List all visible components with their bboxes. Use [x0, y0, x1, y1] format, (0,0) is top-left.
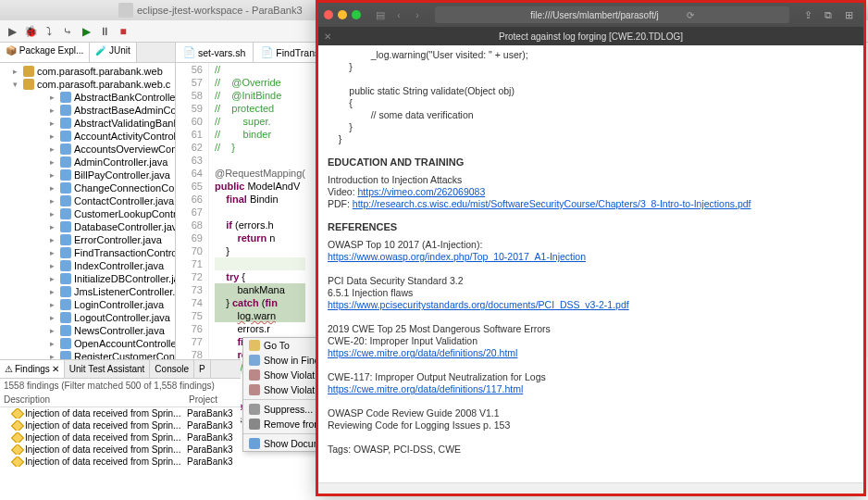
p-tab[interactable]: P	[194, 360, 211, 378]
warning-icon	[11, 444, 24, 455]
scrollbar[interactable]	[318, 482, 863, 494]
warning-icon	[11, 420, 24, 431]
tree-file[interactable]: ▸AbstractBankController.java	[0, 91, 175, 104]
tree-file[interactable]: ▸LogoutController.java	[0, 311, 175, 324]
education-heading: EDUCATION AND TRAINING	[328, 156, 854, 169]
run-button[interactable]: ▶	[4, 23, 20, 40]
window-title: eclipse-jtest-workspace - ParaBank3	[137, 5, 303, 16]
step-button[interactable]: ⤵	[41, 23, 57, 40]
zoom-icon[interactable]	[352, 10, 361, 19]
sidebar-icon[interactable]: ▤	[372, 9, 389, 20]
code-sample: _log.warning("User visited: " + user); }…	[328, 49, 854, 145]
page-title: ✕ Protect against log forging [CWE.20.TD…	[318, 27, 863, 45]
tree-file[interactable]: ▸LoginController.java	[0, 298, 175, 311]
pause-button[interactable]: ⏸	[96, 23, 113, 40]
tree-file[interactable]: ▸ContactController.java	[0, 194, 175, 207]
pci-link[interactable]: https://www.pcisecuritystandards.org/doc…	[328, 299, 629, 310]
findings-status: 1558 findings (Filter matched 500 of 1,5…	[0, 379, 241, 393]
traffic-lights[interactable]	[324, 10, 361, 19]
finding-row[interactable]: Injection of data received from Sprin...…	[0, 419, 241, 431]
tree-file[interactable]: ▸NewsController.java	[0, 324, 175, 337]
forward-icon[interactable]: ›	[409, 9, 426, 20]
share-icon[interactable]: ⇪	[799, 9, 817, 21]
console-tab[interactable]: Console	[150, 360, 194, 378]
findings-tab[interactable]: ⚠ Findings ✕	[0, 360, 65, 378]
tree-file[interactable]: ▸CustomerLookupControlle	[0, 207, 175, 220]
tree-file[interactable]: ▸BillPayController.java	[0, 169, 175, 181]
tree-pkg[interactable]: ▾com.parasoft.parabank.web.c	[0, 78, 175, 91]
video-link[interactable]: https://vimeo.com/262069083	[358, 186, 486, 197]
tree-file[interactable]: ▸ErrorController.java	[0, 233, 175, 246]
finding-row[interactable]: Injection of data received from Sprin...…	[0, 431, 241, 444]
references-heading: REFERENCES	[328, 221, 854, 233]
junit-tab[interactable]: 🧪 JUnit	[90, 43, 137, 62]
package-explorer-tab[interactable]: 📦 Package Expl...	[0, 43, 90, 62]
tree-file[interactable]: ▸AdminController.java	[0, 156, 175, 169]
findings-panel: ⚠ Findings ✕ Unit Test Assistant Console…	[0, 359, 241, 500]
tree-file[interactable]: ▸IndexController.java	[0, 259, 175, 272]
debug-button[interactable]: 🐞	[22, 23, 39, 40]
finding-row[interactable]: Injection of data received from Sprin...…	[0, 444, 241, 456]
cwe20-link[interactable]: https://cwe.mitre.org/data/definitions/2…	[328, 347, 517, 358]
tree-file[interactable]: ▸ChangeConnectionControll	[0, 181, 175, 194]
tree-file[interactable]: ▸AccountActivityController.j	[0, 130, 175, 143]
tree-file[interactable]: ▸JmsListenerController.jav	[0, 285, 175, 298]
finding-row[interactable]: Injection of data received from Sprin...…	[0, 456, 241, 468]
warning-icon	[11, 456, 24, 467]
tree-file[interactable]: ▸InitializeDBController.java	[0, 272, 175, 285]
eclipse-icon	[118, 3, 133, 18]
owasp-link[interactable]: https://www.owasp.org/index.php/Top_10-2…	[328, 251, 586, 262]
safari-window: ▤ ‹ › file:///Users/mlambert/parasoft/j⟳…	[316, 0, 866, 496]
tree-pkg[interactable]: ▸com.parasoft.parabank.web	[0, 65, 175, 78]
finding-row[interactable]: Injection of data received from Sprin...…	[0, 407, 241, 419]
cwe117-link[interactable]: https://cwe.mitre.org/data/definitions/1…	[328, 383, 523, 394]
tree-file[interactable]: ▸OpenAccountController.ja	[0, 337, 175, 350]
close-icon[interactable]	[324, 10, 333, 19]
browser-content[interactable]: _log.warning("User visited: " + user); }…	[318, 45, 863, 482]
tabs-icon[interactable]: ⧉	[819, 9, 837, 21]
tree-file[interactable]: ▸DatabaseController.java	[0, 220, 175, 233]
warning-icon	[11, 432, 24, 443]
resume-button[interactable]: ▶	[78, 23, 94, 40]
address-bar[interactable]: file:///Users/mlambert/parasoft/j⟳	[435, 6, 789, 23]
warning-icon	[11, 408, 24, 419]
pdf-link[interactable]: http://research.cs.wisc.edu/mist/Softwar…	[353, 198, 751, 209]
minimize-icon[interactable]	[338, 10, 347, 19]
findings-columns: DescriptionProject	[0, 393, 241, 407]
tree-file[interactable]: ▸FindTransactionController	[0, 246, 175, 259]
tags: Tags: OWASP, PCI-DSS, CWE	[328, 444, 854, 456]
back-icon[interactable]: ‹	[391, 9, 407, 20]
tree-file[interactable]: ▸AbstractBaseAdminContro	[0, 104, 175, 117]
file-tree[interactable]: ▸com.parasoft.parabank.web ▾com.parasoft…	[0, 63, 175, 365]
edu-intro: Introduction to Injection Attacks	[328, 174, 854, 186]
stop-button[interactable]: ■	[115, 23, 131, 40]
editor-tab-1[interactable]: 📄 set-vars.sh	[176, 43, 254, 62]
new-tab-icon[interactable]: ⊞	[839, 9, 858, 21]
step-over-button[interactable]: ⤷	[59, 23, 76, 40]
tree-file[interactable]: ▸AccountsOverviewControll	[0, 143, 175, 156]
uta-tab[interactable]: Unit Test Assistant	[65, 360, 151, 378]
tree-file[interactable]: ▸AbstractValidatingBankCor	[0, 117, 175, 130]
